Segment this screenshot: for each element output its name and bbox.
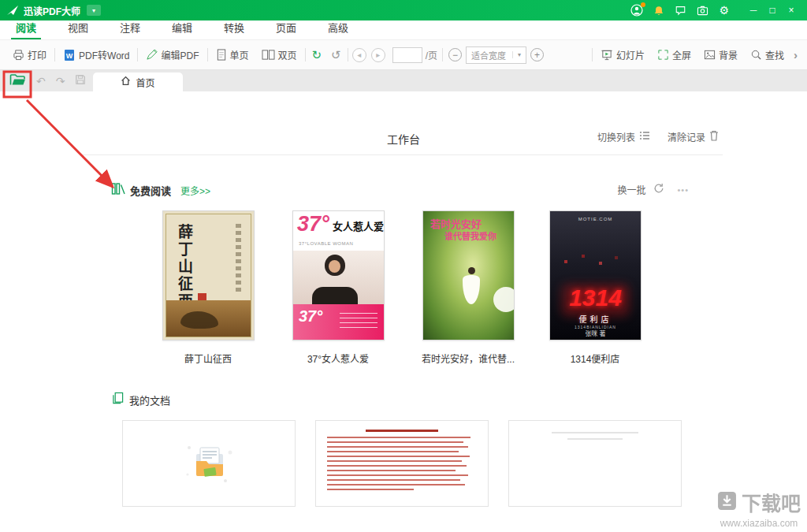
app-menu-button[interactable]: ▾: [87, 5, 101, 16]
close-button[interactable]: ×: [782, 0, 801, 20]
rotate-clockwise-button[interactable]: ↻: [307, 48, 327, 62]
message-icon[interactable]: [675, 5, 686, 16]
minimize-button[interactable]: ─: [744, 0, 763, 20]
doc-thumb-line: [327, 446, 468, 448]
doc-thumb-line: [327, 460, 462, 462]
caret-down-icon: ▾: [92, 7, 95, 14]
bell-icon[interactable]: [653, 5, 664, 17]
watermark-site-name: 下载吧: [742, 488, 801, 516]
pdf-to-word-button[interactable]: W PDF转Word: [57, 48, 136, 61]
print-label: 打印: [28, 48, 46, 61]
cover-figure-face: [329, 260, 340, 273]
single-page-label: 单页: [230, 48, 249, 61]
doc-thumb-line: [327, 465, 467, 467]
home-icon: [121, 76, 131, 88]
cover-neon-lights: [564, 260, 567, 263]
edit-pdf-button[interactable]: 编辑PDF: [139, 48, 205, 61]
toolbar-overflow-button[interactable]: ›: [790, 48, 801, 61]
tab-reading[interactable]: 阅读: [11, 20, 41, 39]
double-page-button[interactable]: 双页: [255, 48, 303, 61]
refresh-icon[interactable]: [653, 183, 664, 196]
single-page-button[interactable]: 单页: [210, 48, 255, 61]
book-caption: 1314便利店: [528, 352, 662, 365]
separator: [54, 48, 55, 61]
book-cover-37-woman[interactable]: 37° 女人惹人爱 37°LOVABLE WOMAN 37°: [292, 210, 385, 340]
camera-icon[interactable]: [697, 6, 708, 16]
titlebar: 迅读PDF大师 ▾ ⚙ ─ □ ×: [0, 0, 807, 20]
fullscreen-button[interactable]: 全屏: [651, 48, 697, 61]
workbench-actions: 切换列表 清除记录: [597, 130, 719, 143]
previous-page-button[interactable]: ◂: [352, 48, 366, 62]
cover-title: 薛丁山征西: [173, 224, 195, 311]
cover-band-lines: [340, 313, 377, 331]
zoom-in-button[interactable]: +: [530, 48, 544, 61]
home-tab-label: 首页: [136, 76, 154, 89]
user-avatar-icon[interactable]: [630, 4, 643, 17]
next-page-button[interactable]: ▸: [371, 48, 385, 62]
save-button[interactable]: [75, 74, 86, 87]
rotate-counterclockwise-button[interactable]: ↺: [326, 48, 346, 62]
cover-band: 37°: [293, 304, 384, 340]
undo-button[interactable]: ↶: [36, 76, 46, 87]
book-cover-xuedingshan[interactable]: 薛丁山征西: [162, 210, 255, 340]
cover-store-label: 便利店: [550, 313, 641, 325]
tab-edit[interactable]: 编辑: [167, 20, 197, 39]
doc-thumb-title-line: [366, 430, 438, 432]
separator: [348, 48, 348, 61]
zoom-mode-value: 适合宽度: [471, 49, 506, 61]
tab-annotate[interactable]: 注释: [115, 20, 145, 39]
app-logo-icon: [6, 5, 19, 16]
refresh-batch-button[interactable]: 换一批: [617, 183, 645, 196]
document-card-1[interactable]: [122, 420, 296, 507]
free-reading-title: 免费阅读: [130, 183, 171, 198]
titlebar-actions: ⚙ ─ □ ×: [630, 0, 801, 20]
print-button[interactable]: 打印: [6, 48, 53, 61]
find-button[interactable]: 查找: [744, 48, 790, 61]
switch-list-button[interactable]: 切换列表: [597, 130, 650, 143]
zoom-mode-dropdown[interactable]: 适合宽度 ▾: [466, 47, 526, 64]
open-file-button[interactable]: [9, 73, 26, 89]
doc-thumb-line: [327, 474, 468, 476]
picture-icon: [704, 49, 716, 61]
cover-subtitle: 37°LOVABLE WOMAN: [299, 241, 353, 246]
switch-list-label: 切换列表: [597, 130, 635, 143]
separator: [442, 48, 443, 61]
zoom-out-button[interactable]: −: [448, 48, 462, 61]
book-cover-1314[interactable]: MOTIE.COM 1314 便利店 1314BIANLIDIAN 张咪 著: [549, 210, 642, 340]
gear-icon[interactable]: ⚙: [719, 5, 729, 16]
background-button[interactable]: 背景: [697, 48, 744, 61]
tab-view[interactable]: 视图: [63, 20, 93, 39]
cover-brand: MOTIE.COM: [550, 217, 641, 221]
redo-button[interactable]: ↷: [56, 76, 65, 87]
page-number-input[interactable]: [392, 47, 422, 63]
pencil-icon: [146, 49, 158, 61]
more-books-link[interactable]: 更多>>: [180, 184, 210, 197]
double-page-icon: [262, 49, 275, 61]
tab-home[interactable]: 首页: [93, 73, 183, 91]
cover-figure-dress: [463, 275, 480, 304]
more-options-button[interactable]: •••: [677, 185, 689, 195]
book-cover-ruoshiguang[interactable]: 若时光安好 谁代替我爱你: [422, 210, 515, 340]
cover-figure-shoulders: [312, 287, 358, 306]
pdf-to-word-label: PDF转Word: [79, 48, 129, 61]
document-card-3[interactable]: [508, 420, 682, 507]
fullscreen-icon: [657, 49, 669, 61]
doc-thumb-line: [327, 489, 414, 490]
book-caption: 若时光安好，谁代替...: [401, 352, 535, 365]
cover-title: 女人惹人爱: [333, 218, 384, 233]
bookshelf-icon: [111, 182, 125, 198]
tab-page[interactable]: 页面: [271, 20, 301, 39]
clear-records-label: 清除记录: [668, 130, 705, 143]
maximize-button[interactable]: □: [763, 0, 782, 20]
slideshow-button[interactable]: 幻灯片: [594, 48, 651, 61]
clear-records-button[interactable]: 清除记录: [668, 130, 719, 143]
tab-advanced[interactable]: 高级: [323, 20, 353, 39]
tab-convert[interactable]: 转换: [219, 20, 249, 39]
my-documents-title: 我的文档: [129, 392, 170, 407]
doc-thumb-line: [327, 484, 465, 485]
document-card-2[interactable]: [315, 420, 489, 507]
cover-horse-art: [180, 311, 218, 329]
separator: [137, 48, 138, 61]
watermark-site-url: www.xiazaiba.com: [717, 518, 801, 529]
tabbar-actions: ↶ ↷: [9, 70, 86, 91]
